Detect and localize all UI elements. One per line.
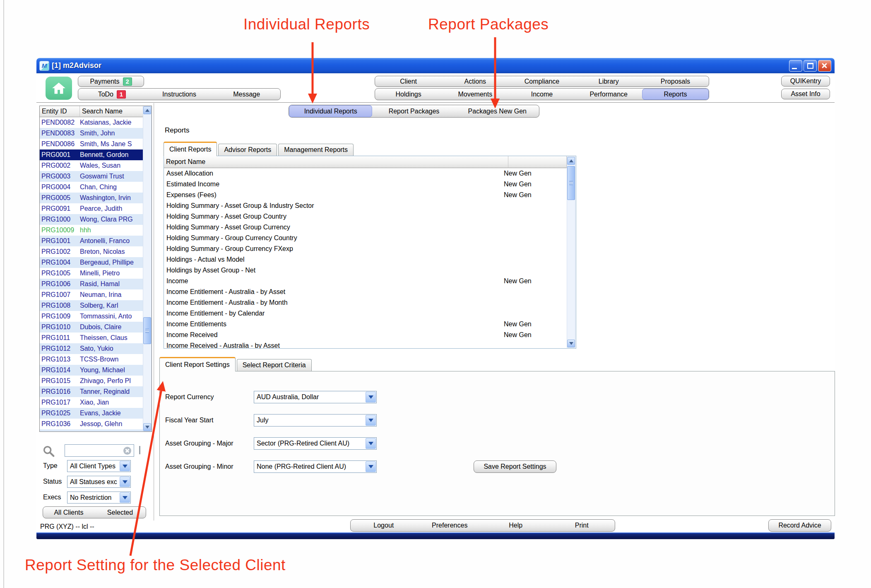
- close-button[interactable]: [818, 60, 831, 72]
- client-row[interactable]: PEND0082 Katsianas, Jackie: [40, 117, 152, 128]
- client-row[interactable]: PRG10009 hhh: [40, 225, 152, 236]
- minimize-button[interactable]: [789, 60, 802, 72]
- client-row[interactable]: PRG0004 Chan, Ching: [40, 182, 152, 193]
- asset-info-button[interactable]: Asset Info: [781, 89, 830, 99]
- client-row[interactable]: PRG1009 Tommassini, Anto: [40, 311, 152, 322]
- nav-button[interactable]: Client: [375, 76, 442, 87]
- client-list-scrollbar[interactable]: [143, 106, 152, 431]
- client-row[interactable]: PRG1008 Solberg, Karl: [40, 300, 152, 311]
- scroll-up-button[interactable]: [567, 157, 575, 165]
- footer-button[interactable]: Print: [549, 520, 615, 531]
- client-row[interactable]: PRG0091 Pearce, Judith: [40, 203, 152, 214]
- report-row[interactable]: Income Received New Gen: [164, 330, 567, 340]
- client-row[interactable]: PRG1006 Rasid, Hamal: [40, 279, 152, 289]
- scroll-down-button[interactable]: [567, 340, 575, 347]
- footer-button[interactable]: Help: [483, 520, 549, 531]
- report-row[interactable]: Income Entitlement - Australia - by Mont…: [164, 297, 567, 308]
- chevron-down-icon[interactable]: [120, 477, 130, 487]
- client-row[interactable]: PRG0005 Washington, Irvin: [40, 193, 152, 203]
- maximize-button[interactable]: [804, 60, 817, 72]
- all-clients-button[interactable]: All Clients: [43, 507, 94, 518]
- save-report-settings-button[interactable]: Save Report Settings: [474, 460, 556, 473]
- report-row[interactable]: Holding Summary - Group Currency FXexp: [164, 243, 567, 254]
- client-row[interactable]: PRG1011 Theissen, Claus: [40, 333, 152, 343]
- reports-mode-tab[interactable]: Packages New Gen: [456, 105, 539, 117]
- report-row[interactable]: Income New Gen: [164, 276, 567, 287]
- settings-tab[interactable]: Client Report Settings: [159, 357, 236, 371]
- payments-button[interactable]: Payments 2: [78, 76, 144, 87]
- client-row[interactable]: PRG1017 Xiao, Jian: [40, 397, 152, 408]
- client-row[interactable]: PRG0003 Goswami Trust: [40, 171, 152, 182]
- report-row[interactable]: Asset Allocation New Gen: [164, 168, 567, 179]
- client-row[interactable]: PRG1025 Evans, Jackie: [40, 408, 152, 419]
- chevron-down-icon[interactable]: [366, 438, 376, 449]
- client-row[interactable]: PRG1012 Sato, Yukio: [40, 343, 152, 354]
- execs-filter-dropdown[interactable]: No Restriction: [67, 492, 131, 504]
- client-row[interactable]: PEND0086 Smith, Ms Jane S: [40, 139, 152, 149]
- nav-button[interactable]: Compliance: [508, 76, 575, 87]
- search-expander[interactable]: [139, 446, 140, 453]
- report-row[interactable]: Holding Summary - Asset Group Country: [164, 211, 567, 222]
- nav-button[interactable]: Reports: [642, 89, 709, 100]
- nav-button[interactable]: Proposals: [642, 76, 709, 87]
- quikentry-button[interactable]: QUIKentry: [781, 76, 830, 87]
- status-filter-dropdown[interactable]: All Statuses exc: [67, 476, 131, 488]
- settings-tab[interactable]: Select Report Criteria: [237, 359, 312, 371]
- reports-mode-tab[interactable]: Report Packages: [372, 105, 455, 117]
- column-header-report-name[interactable]: Report Name: [164, 156, 508, 168]
- client-row[interactable]: PRG1013 TCSS-Brown: [40, 354, 152, 365]
- scroll-down-button[interactable]: [143, 423, 151, 431]
- client-row[interactable]: PRG1010 Dubois, Claire: [40, 322, 152, 333]
- setting-dropdown[interactable]: July: [254, 414, 377, 427]
- report-category-tab[interactable]: Client Reports: [164, 142, 217, 156]
- message-button[interactable]: Message: [213, 89, 280, 100]
- type-filter-dropdown[interactable]: All Client Types: [67, 460, 131, 472]
- report-row[interactable]: Income Received - Australia - by Asset: [164, 340, 567, 349]
- client-row[interactable]: PRG1005 Minelli, Pietro: [40, 268, 152, 279]
- chevron-down-icon[interactable]: [366, 415, 376, 426]
- client-row[interactable]: PRG1001 Antonelli, Franco: [40, 236, 152, 246]
- report-row[interactable]: Estimated Income New Gen: [164, 179, 567, 190]
- client-row[interactable]: PRG1036 Jessop, Glehn: [40, 419, 152, 429]
- nav-button[interactable]: Library: [575, 76, 642, 87]
- reports-mode-tab[interactable]: Individual Reports: [289, 105, 372, 117]
- home-button[interactable]: [46, 77, 72, 100]
- report-row[interactable]: Holding Summary - Group Currency Country: [164, 233, 567, 243]
- setting-dropdown[interactable]: Sector (PRG-Retired Client AU): [254, 437, 377, 450]
- client-row[interactable]: PRG1002 Breton, Nicolas: [40, 246, 152, 257]
- chevron-down-icon[interactable]: [366, 461, 376, 472]
- nav-button[interactable]: Holdings: [375, 89, 442, 100]
- footer-button[interactable]: Preferences: [417, 520, 483, 531]
- instructions-button[interactable]: Instructions: [146, 89, 213, 100]
- setting-dropdown[interactable]: None (PRG-Retired Client AU): [254, 460, 377, 473]
- report-list-scrollbar[interactable]: [567, 157, 575, 348]
- todo-button[interactable]: ToDo 1: [78, 89, 146, 100]
- client-row[interactable]: PRG0001 Bennett, Gordon: [40, 149, 152, 160]
- scrollbar-thumb[interactable]: [143, 317, 151, 344]
- column-header-search-name[interactable]: Search Name: [80, 106, 152, 117]
- nav-button[interactable]: Performance: [575, 89, 642, 100]
- report-row[interactable]: Expenses (Fees) New Gen: [164, 190, 567, 200]
- report-row[interactable]: Income Entitlement - Australia - by Asse…: [164, 287, 567, 297]
- client-row[interactable]: PRG1014 Young, Michael: [40, 365, 152, 376]
- report-row[interactable]: Holding Summary - Asset Group Currency: [164, 222, 567, 233]
- client-row[interactable]: PRG1015 Zhivago, Perfo Pl: [40, 376, 152, 386]
- nav-button[interactable]: Actions: [442, 76, 508, 87]
- report-row[interactable]: Holdings by Asset Group - Net: [164, 265, 567, 276]
- report-category-tab[interactable]: Advisor Reports: [218, 144, 277, 156]
- column-header-entity-id[interactable]: Entity ID: [40, 106, 80, 117]
- setting-dropdown[interactable]: AUD Australia, Dollar: [254, 391, 377, 403]
- nav-button[interactable]: Movements: [442, 89, 508, 100]
- record-advice-button[interactable]: Record Advice: [768, 519, 831, 532]
- client-row[interactable]: PRG1007 Neuman, Irina: [40, 289, 152, 300]
- report-row[interactable]: Holdings - Actual vs Model: [164, 254, 567, 265]
- nav-button[interactable]: Income: [508, 89, 575, 100]
- client-row[interactable]: PRG0002 Wales, Susan: [40, 160, 152, 171]
- footer-button[interactable]: Logout: [351, 520, 417, 531]
- client-row[interactable]: PRG1000 Wong, Clara PRG: [40, 214, 152, 225]
- report-row[interactable]: Holding Summary - Asset Group & Industry…: [164, 200, 567, 211]
- chevron-down-icon[interactable]: [120, 461, 130, 471]
- report-row[interactable]: Income Entitlements New Gen: [164, 319, 567, 330]
- client-row[interactable]: PRG1037 Hodges, Carol: [40, 429, 152, 432]
- scrollbar-thumb[interactable]: [567, 166, 575, 200]
